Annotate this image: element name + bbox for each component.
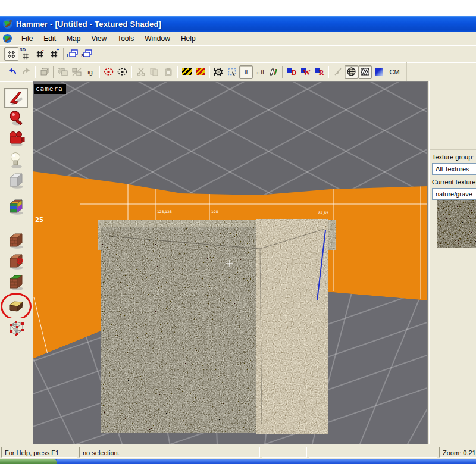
paste-icon bbox=[164, 68, 173, 76]
undo-button[interactable] bbox=[5, 65, 19, 79]
cut-icon bbox=[137, 68, 145, 76]
svg-text:128,128: 128,128 bbox=[157, 209, 172, 214]
sidebar-empty-panel bbox=[430, 81, 476, 150]
toolbar-separator bbox=[328, 66, 329, 78]
save-window-state-button[interactable]: S bbox=[80, 47, 95, 61]
hide-unselected-button[interactable] bbox=[115, 65, 129, 79]
entity-tool-button[interactable] bbox=[4, 150, 28, 170]
svg-text:108: 108 bbox=[211, 209, 218, 214]
menu-map[interactable]: Map bbox=[61, 33, 86, 45]
load-window-state-button[interactable]: L bbox=[66, 47, 80, 61]
magnify-tool-button[interactable] bbox=[4, 108, 28, 128]
clipping-tool-button[interactable] bbox=[4, 272, 28, 292]
camera-tool-button[interactable] bbox=[4, 129, 28, 148]
decal-cube-icon bbox=[7, 253, 25, 270]
texture-scale-lock-button[interactable]: ↔tl bbox=[253, 65, 267, 79]
snap-to-grid-button[interactable] bbox=[4, 47, 18, 61]
ignore-groups-button[interactable]: ig bbox=[83, 65, 97, 79]
current-texture-dropdown[interactable]: nature/grave bbox=[432, 188, 476, 200]
grid-icon bbox=[7, 50, 15, 58]
run-w-icon: W bbox=[301, 68, 311, 76]
menu-edit[interactable]: Edit bbox=[38, 33, 61, 45]
grid-icon bbox=[22, 53, 29, 60]
hatch-icon bbox=[361, 68, 369, 76]
path-squiggle-icon bbox=[334, 68, 342, 76]
copy-button[interactable] bbox=[148, 65, 161, 79]
toggle-select-handles-button[interactable] bbox=[212, 65, 226, 79]
menu-file[interactable]: File bbox=[16, 33, 38, 45]
menu-help[interactable]: Help bbox=[176, 33, 201, 45]
hide-selected-icon bbox=[104, 68, 114, 76]
menu-view[interactable]: View bbox=[86, 33, 112, 45]
toolbar-separator bbox=[35, 66, 36, 78]
paste-button[interactable] bbox=[161, 65, 175, 79]
path-tool-button[interactable] bbox=[331, 65, 345, 79]
run-w-button[interactable]: W bbox=[299, 65, 312, 79]
title-bar[interactable]: Hammer - [Untitled - Textured Shaded] bbox=[0, 16, 476, 32]
fade-square-icon bbox=[375, 68, 383, 76]
sound-browser-button[interactable] bbox=[345, 65, 358, 79]
main-area: 25 128,128 108 87,85 bbox=[0, 81, 476, 446]
status-zoom-text: Zoom: 0.21 bbox=[439, 447, 476, 458]
texture-cube-icon bbox=[7, 198, 25, 215]
redo-icon bbox=[21, 68, 31, 76]
lightbulb-icon bbox=[7, 152, 25, 168]
smaller-grid-button[interactable]: - bbox=[33, 47, 47, 61]
redo-button[interactable] bbox=[19, 65, 33, 79]
toolbar-separator bbox=[99, 66, 100, 78]
toolbar-grid: 3D - + L bbox=[0, 45, 476, 62]
larger-grid-button[interactable]: + bbox=[47, 47, 61, 61]
flip-icon bbox=[269, 68, 278, 76]
texture-lock-button[interactable]: tl bbox=[239, 65, 253, 79]
hide-unselected-icon bbox=[117, 68, 127, 76]
status-help-text: For Help, press F1 bbox=[1, 447, 77, 458]
cm-button[interactable]: CM bbox=[386, 65, 403, 79]
flip-objects-button[interactable] bbox=[267, 65, 280, 79]
selection-tool-button[interactable] bbox=[4, 88, 28, 108]
globe-icon bbox=[347, 67, 356, 76]
cordon-edit-stripes-icon bbox=[196, 68, 205, 75]
displacement-mask-button[interactable] bbox=[358, 65, 372, 79]
run-r-button[interactable]: R bbox=[312, 65, 326, 79]
current-texture-label: Current texture: bbox=[432, 178, 476, 186]
menu-window[interactable]: Window bbox=[139, 33, 176, 45]
run-d-button[interactable]: D bbox=[285, 65, 299, 79]
texture-group-label: Texture group: bbox=[432, 154, 474, 161]
windows-stack-icon bbox=[68, 49, 78, 58]
magnify-selection-icon bbox=[228, 68, 237, 76]
camera-view-label: camera bbox=[34, 84, 66, 94]
menu-bar: File Edit Map View Tools Window Help bbox=[0, 32, 476, 45]
viewport-3d[interactable]: 25 128,128 108 87,85 bbox=[33, 81, 427, 444]
toolbar-separator bbox=[209, 66, 210, 78]
camera-icon bbox=[7, 130, 25, 147]
magnify-selection-button[interactable] bbox=[226, 65, 239, 79]
fade-preview-button[interactable] bbox=[372, 65, 386, 79]
clip-texture-tool-button[interactable] bbox=[4, 296, 28, 316]
menu-tools[interactable]: Tools bbox=[112, 33, 139, 45]
texture-preview[interactable] bbox=[437, 200, 476, 248]
texture-group-dropdown[interactable]: All Textures bbox=[432, 163, 476, 175]
grass-cube-icon bbox=[7, 274, 25, 290]
start-button-sliver[interactable] bbox=[0, 459, 57, 464]
hammer-app-icon bbox=[2, 18, 13, 29]
toggle-cordon-button[interactable] bbox=[180, 65, 193, 79]
apply-decals-button[interactable] bbox=[4, 251, 28, 271]
apply-current-texture-button[interactable] bbox=[4, 230, 28, 250]
grid-3d-button[interactable]: 3D bbox=[18, 47, 33, 61]
hide-selected-button[interactable] bbox=[102, 65, 115, 79]
ungroup-button[interactable] bbox=[70, 65, 83, 79]
note-cube-icon bbox=[7, 298, 25, 315]
toolbar-separator bbox=[131, 66, 132, 78]
window-title: Hammer - [Untitled - Textured Shaded] bbox=[16, 20, 161, 29]
toolbar-separator bbox=[282, 66, 283, 78]
block-tool-button[interactable] bbox=[4, 170, 28, 190]
edit-cordon-button[interactable] bbox=[193, 65, 207, 79]
cut-button[interactable] bbox=[134, 65, 148, 79]
vertex-manipulation-button[interactable] bbox=[4, 318, 28, 337]
carve-cube-icon bbox=[40, 68, 49, 76]
magnifier-icon bbox=[7, 110, 25, 127]
toggle-texture-application-button[interactable] bbox=[4, 196, 28, 216]
group-button[interactable] bbox=[56, 65, 70, 79]
toolbar-separator bbox=[53, 66, 54, 78]
carve-button[interactable] bbox=[37, 65, 51, 79]
